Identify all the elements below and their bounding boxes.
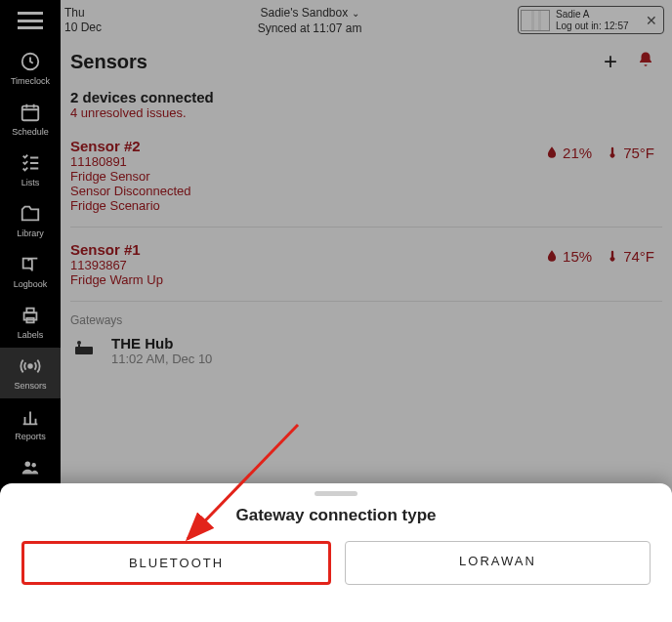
folder-icon — [19, 203, 42, 225]
svg-rect-3 — [26, 309, 33, 313]
humidity-value: 21% — [563, 145, 592, 161]
sheet-title: Gateway connection type — [0, 506, 672, 525]
temperature-value: 74°F — [623, 248, 654, 265]
humidity-value: 15% — [563, 248, 592, 265]
user-chip[interactable]: Sadie A Log out in: 12:57 ✕ — [518, 6, 664, 34]
thermometer-icon — [606, 247, 619, 265]
signal-icon — [19, 355, 42, 377]
svg-rect-1 — [22, 106, 39, 121]
sidebar-item-schedule[interactable]: Schedule — [0, 94, 61, 145]
humidity-reading: 15% — [545, 248, 592, 265]
humidity-reading: 21% — [545, 145, 592, 161]
book-icon — [19, 254, 42, 275]
sensor-detail: Fridge Sensor — [70, 169, 537, 184]
sensor-id: 11393867 — [70, 258, 537, 272]
svg-point-7 — [31, 463, 35, 467]
printer-icon — [19, 305, 42, 326]
svg-point-5 — [28, 364, 32, 368]
calendar-icon — [19, 102, 42, 123]
sensor-detail: Sensor Disconnected — [70, 184, 537, 198]
people-icon — [19, 457, 42, 478]
gateway-name: THE Hub — [111, 335, 212, 352]
sensor-row[interactable]: Sensor #2 11180891 Fridge Sensor Sensor … — [61, 134, 672, 227]
sensor-name: Sensor #1 — [70, 241, 537, 258]
date-display: Thu 10 Dec — [64, 6, 102, 35]
hamburger-icon[interactable] — [18, 12, 43, 29]
list-check-icon — [19, 152, 42, 174]
sidebar-item-label: Timeclock — [11, 76, 50, 86]
sidebar-item-timeclock[interactable]: Timeclock — [0, 43, 61, 94]
sidebar-item-label: Sensors — [14, 381, 46, 391]
sidebar-item-label: Library — [17, 228, 44, 238]
device-summary: 2 devices connected 4 unresolved issues. — [61, 83, 672, 134]
sidebar-item-label: Lists — [21, 178, 40, 187]
temperature-reading: 74°F — [606, 247, 654, 265]
page-title: Sensors — [70, 51, 604, 73]
sensor-id: 11180891 — [70, 154, 537, 169]
page-header: Sensors + — [61, 42, 672, 83]
sidebar-item-label: Schedule — [12, 127, 49, 137]
sidebar-item-reports[interactable]: Reports — [0, 398, 61, 449]
svg-rect-8 — [75, 347, 93, 354]
svg-point-6 — [25, 462, 31, 468]
topbar: Thu 10 Dec Sadie's Sandbox ⌄ Synced at 1… — [61, 0, 672, 42]
thermometer-icon — [606, 144, 619, 161]
sensor-row[interactable]: Sensor #1 11393867 Fridge Warm Up 15% 74… — [61, 237, 672, 301]
gateways-section-label: Gateways — [61, 311, 672, 335]
logout-countdown: Log out in: 12:57 — [556, 21, 629, 32]
divider — [70, 227, 662, 228]
option-lorawan[interactable]: LORAWAN — [345, 541, 651, 585]
sheet-grab-handle[interactable] — [315, 491, 357, 496]
user-name: Sadie A — [556, 9, 629, 21]
sync-status: Synced at 11:07 am — [109, 21, 510, 37]
site-name: Sadie's Sandbox — [260, 6, 348, 20]
svg-point-9 — [77, 341, 81, 345]
temperature-value: 75°F — [623, 145, 654, 161]
sensor-name: Sensor #2 — [70, 138, 537, 154]
sidebar-item-library[interactable]: Library — [0, 195, 61, 246]
gateway-connection-sheet: Gateway connection type BLUETOOTH LORAWA… — [0, 483, 672, 622]
chevron-down-icon: ⌄ — [352, 8, 359, 19]
close-icon[interactable]: ✕ — [646, 13, 657, 28]
sidebar-item-label: Labels — [18, 330, 44, 340]
sidebar-item-sensors[interactable]: Sensors — [0, 348, 61, 398]
bar-chart-icon — [19, 406, 42, 428]
gateway-time: 11:02 AM, Dec 10 — [111, 352, 212, 366]
option-bluetooth[interactable]: BLUETOOTH — [21, 541, 331, 585]
sidebar-item-label: Logbook — [14, 279, 48, 289]
divider — [70, 301, 662, 302]
connected-count: 2 devices connected — [70, 89, 662, 105]
site-selector[interactable]: Sadie's Sandbox ⌄ Synced at 11:07 am — [109, 6, 510, 36]
gateway-row[interactable]: THE Hub 11:02 AM, Dec 10 — [61, 335, 672, 366]
hub-icon — [70, 335, 98, 358]
clock-icon — [19, 51, 42, 72]
sensor-detail: Fridge Scenario — [70, 198, 537, 213]
issues-count[interactable]: 4 unresolved issues. — [70, 105, 662, 120]
add-button[interactable]: + — [604, 48, 617, 75]
avatar — [521, 10, 550, 31]
option-label: LORAWAN — [459, 554, 536, 568]
temperature-reading: 75°F — [606, 144, 654, 161]
sidebar-item-label: Reports — [15, 432, 46, 441]
sidebar-item-lists[interactable]: Lists — [0, 145, 61, 195]
date-full: 10 Dec — [64, 21, 102, 35]
date-day: Thu — [64, 6, 102, 21]
sidebar-item-logbook[interactable]: Logbook — [0, 246, 61, 297]
option-label: BLUETOOTH — [129, 556, 224, 570]
notifications-bell-icon[interactable] — [637, 51, 654, 73]
sidebar-item-labels[interactable]: Labels — [0, 297, 61, 348]
sensor-detail: Fridge Warm Up — [70, 272, 537, 287]
droplet-icon — [545, 145, 559, 160]
droplet-icon — [545, 248, 559, 264]
